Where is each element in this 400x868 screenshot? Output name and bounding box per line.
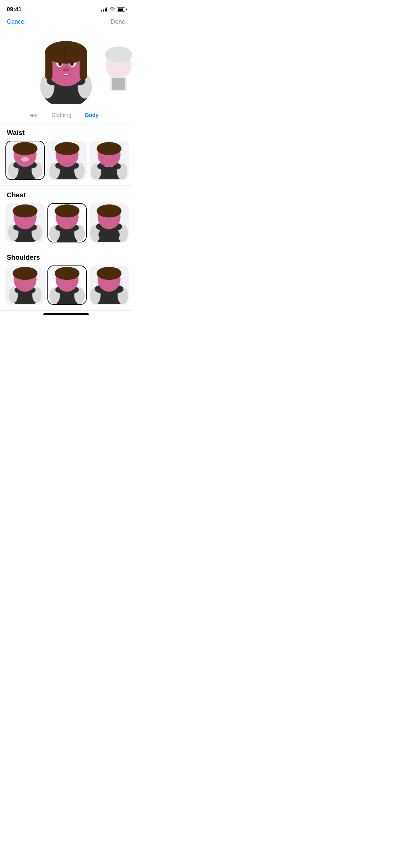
svg-point-11: [58, 67, 60, 69]
chest-section: Chest: [0, 186, 132, 248]
done-button[interactable]: Done: [111, 18, 125, 25]
avatar-preview: [0, 29, 132, 107]
svg-point-49: [13, 142, 37, 155]
svg-point-122: [13, 267, 37, 280]
svg-point-12: [60, 70, 62, 71]
svg-point-15: [70, 70, 72, 71]
nav-bar: Cancel Done: [0, 17, 132, 29]
home-indicator: [0, 311, 132, 317]
tab-eyewear[interactable]: ear: [30, 112, 38, 119]
svg-point-86: [13, 204, 37, 218]
shoulders-item-3[interactable]: [89, 265, 129, 305]
status-icons: [101, 7, 125, 12]
waist-section: Waist: [0, 123, 132, 186]
avatar-main: [32, 33, 100, 104]
status-time: 09:41: [7, 6, 21, 13]
battery-icon: [117, 7, 125, 12]
svg-rect-36: [112, 78, 125, 90]
chest-item-3[interactable]: [89, 203, 129, 242]
tab-clothing[interactable]: Clothing: [51, 112, 71, 119]
shoulders-item-2[interactable]: [47, 265, 87, 305]
waist-item-grid: [0, 141, 132, 185]
svg-point-14: [72, 67, 74, 69]
svg-point-50: [21, 157, 29, 162]
waist-item-1[interactable]: [5, 141, 45, 180]
shoulders-item-grid: [0, 265, 132, 310]
wifi-icon: [109, 7, 115, 12]
home-bar: [43, 313, 89, 315]
chest-item-2[interactable]: [47, 203, 87, 242]
tab-bar: ear Clothing Body: [0, 107, 132, 123]
svg-point-16: [75, 69, 76, 71]
waist-item-3[interactable]: [89, 141, 129, 180]
svg-point-26: [63, 69, 66, 72]
chest-item-grid: [0, 203, 132, 248]
svg-point-37: [105, 46, 132, 63]
shoulders-item-1[interactable]: [5, 265, 45, 305]
svg-point-62: [55, 142, 79, 155]
tab-body[interactable]: Body: [85, 112, 99, 119]
chest-section-title: Chest: [0, 191, 132, 203]
svg-point-98: [55, 204, 79, 218]
cancel-button[interactable]: Cancel: [7, 18, 26, 25]
waist-section-title: Waist: [0, 129, 132, 141]
status-bar: 09:41: [0, 0, 132, 17]
avatar-side: [105, 40, 132, 94]
svg-point-146: [97, 267, 121, 280]
svg-point-13: [56, 69, 58, 71]
waist-item-2[interactable]: [47, 141, 87, 180]
shoulders-section-title: Shoulders: [0, 254, 132, 265]
svg-point-134: [55, 267, 79, 280]
svg-point-74: [97, 142, 121, 155]
svg-point-27: [66, 69, 69, 72]
shoulders-section: Shoulders: [0, 248, 132, 311]
chest-item-1[interactable]: [5, 203, 45, 242]
signal-icon: [101, 7, 107, 12]
svg-point-110: [97, 204, 121, 218]
